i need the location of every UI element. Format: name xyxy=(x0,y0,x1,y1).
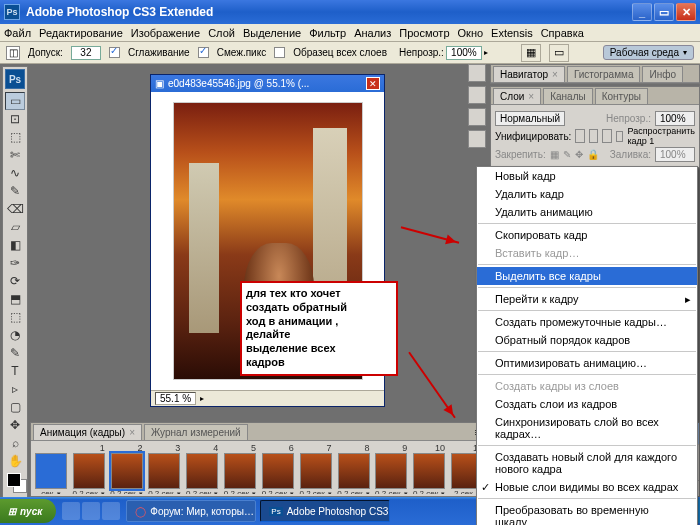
menu-item[interactable]: Преобразовать во временную шкалу xyxy=(477,501,697,525)
blend-mode-select[interactable]: Нормальный xyxy=(495,111,565,126)
menu-item[interactable]: Синхронизировать слой во всех кадрах… xyxy=(477,413,697,443)
tab-navigator[interactable]: Навигатор× xyxy=(493,66,565,82)
tool-18[interactable]: ✥ xyxy=(5,416,25,434)
lock-all-icon[interactable]: 🔒 xyxy=(587,149,599,160)
fill-input[interactable]: 100% xyxy=(655,147,695,162)
maximize-button[interactable]: ▭ xyxy=(654,3,674,21)
tool-preset-icon[interactable]: ◫ xyxy=(6,46,20,60)
foreground-color[interactable] xyxy=(7,473,21,487)
tab-layers[interactable]: Слои× xyxy=(493,88,541,104)
menu-layer[interactable]: Слой xyxy=(208,27,235,39)
tool-7[interactable]: ▱ xyxy=(5,218,25,236)
animation-frame-8[interactable]: 80,2 сек. xyxy=(336,443,372,494)
tool-5[interactable]: ✎ xyxy=(5,182,25,200)
tool-6[interactable]: ⌫ xyxy=(5,200,25,218)
tab-measurement-log[interactable]: Журнал измерений xyxy=(144,424,248,440)
unify-visibility-icon[interactable] xyxy=(589,129,598,143)
contiguous-checkbox[interactable] xyxy=(198,47,209,58)
start-button[interactable]: ⊞ пуск xyxy=(0,499,56,523)
menu-item[interactable]: Удалить анимацию xyxy=(477,203,697,221)
quicklaunch-3[interactable] xyxy=(102,502,120,520)
lock-position-icon[interactable]: ✥ xyxy=(575,149,583,160)
menu-edit[interactable]: Редактирование xyxy=(39,27,123,39)
antialias-checkbox[interactable] xyxy=(109,47,120,58)
status-flyout-icon[interactable]: ▸ xyxy=(200,394,204,403)
tab-paths[interactable]: Контуры xyxy=(595,88,648,104)
menu-item[interactable]: Создать промежуточные кадры… xyxy=(477,313,697,331)
animation-frame-9[interactable]: 90,2 сек. xyxy=(373,443,409,494)
animation-frame-5[interactable]: 50,2 сек. xyxy=(222,443,258,494)
tolerance-input[interactable] xyxy=(71,46,101,60)
lock-transparency-icon[interactable]: ▦ xyxy=(550,149,559,160)
panel-well-4[interactable] xyxy=(468,130,486,148)
tool-15[interactable]: T xyxy=(5,362,25,380)
menu-select[interactable]: Выделение xyxy=(243,27,301,39)
panel-well-3[interactable] xyxy=(468,108,486,126)
minimize-button[interactable]: _ xyxy=(632,3,652,21)
menu-view[interactable]: Просмотр xyxy=(399,27,449,39)
tool-3[interactable]: ✄ xyxy=(5,146,25,164)
quicklaunch-2[interactable] xyxy=(82,502,100,520)
tab-histogram[interactable]: Гистограмма xyxy=(567,66,641,82)
menu-item[interactable]: Выделить все кадры xyxy=(477,267,697,285)
menu-extensis[interactable]: Extensis xyxy=(491,27,533,39)
menu-item[interactable]: Перейти к кадру xyxy=(477,290,697,308)
animation-frame-3[interactable]: 30,2 сек. xyxy=(146,443,182,494)
animation-frame-4[interactable]: 40,2 сек. xyxy=(184,443,220,494)
animation-frame-2[interactable]: 20,2 сек. xyxy=(109,443,145,494)
color-swatch[interactable] xyxy=(5,473,25,497)
tab-channels[interactable]: Каналы xyxy=(543,88,593,104)
menu-file[interactable]: Файл xyxy=(4,27,31,39)
tool-17[interactable]: ▢ xyxy=(5,398,25,416)
tool-9[interactable]: ✑ xyxy=(5,254,25,272)
document-zoom[interactable]: 55.1 % xyxy=(155,392,196,405)
menu-item[interactable]: Оптимизировать анимацию… xyxy=(477,354,697,372)
taskbar-button-photoshop[interactable]: Ps Adobe Photoshop CS3… xyxy=(260,500,390,522)
menu-item[interactable]: Обратный порядок кадров xyxy=(477,331,697,349)
tool-4[interactable]: ∿ xyxy=(5,164,25,182)
opacity-input[interactable] xyxy=(446,46,482,60)
lock-pixels-icon[interactable]: ✎ xyxy=(563,149,571,160)
menu-item[interactable]: Создать слои из кадров xyxy=(477,395,697,413)
go-to-bridge-button[interactable]: ▦ xyxy=(521,44,541,62)
tool-19[interactable]: ⌕ xyxy=(5,434,25,452)
panel-well-1[interactable] xyxy=(468,64,486,82)
frame-loop-selector[interactable]: сек. xyxy=(33,443,69,494)
quicklaunch-1[interactable] xyxy=(62,502,80,520)
panel-well-2[interactable] xyxy=(468,86,486,104)
workspace-button[interactable]: Рабочая среда xyxy=(603,45,694,60)
tool-14[interactable]: ✎ xyxy=(5,344,25,362)
close-button[interactable]: ✕ xyxy=(676,3,696,21)
tool-10[interactable]: ⟳ xyxy=(5,272,25,290)
menu-image[interactable]: Изображение xyxy=(131,27,200,39)
menu-filter[interactable]: Фильтр xyxy=(309,27,346,39)
document-titlebar[interactable]: ▣ e0d483e45546.jpg @ 55.1% (... ✕ xyxy=(151,75,384,92)
taskbar-button-browser[interactable]: ◯ Форум: Мир, которы… xyxy=(126,500,256,522)
document-close-button[interactable]: ✕ xyxy=(366,77,380,90)
tool-2[interactable]: ⬚ xyxy=(5,128,25,146)
menu-item[interactable]: Удалить кадр xyxy=(477,185,697,203)
menu-item[interactable]: Скопировать кадр xyxy=(477,226,697,244)
tool-12[interactable]: ⬚ xyxy=(5,308,25,326)
unify-position-icon[interactable] xyxy=(575,129,584,143)
animation-frame-6[interactable]: 60,2 сек. xyxy=(260,443,296,494)
menu-window[interactable]: Окно xyxy=(458,27,484,39)
tool-0[interactable]: ▭ xyxy=(5,92,25,110)
tool-20[interactable]: ✋ xyxy=(5,452,25,470)
tool-16[interactable]: ▹ xyxy=(5,380,25,398)
tool-1[interactable]: ⊡ xyxy=(5,110,25,128)
all-layers-checkbox[interactable] xyxy=(274,47,285,58)
menu-analysis[interactable]: Анализ xyxy=(354,27,391,39)
menu-item[interactable]: Новые слои видимы во всех кадрах xyxy=(477,478,697,496)
propagate-checkbox[interactable] xyxy=(616,131,624,142)
menu-item[interactable]: Создавать новый слой для каждого нового … xyxy=(477,448,697,478)
tool-8[interactable]: ◧ xyxy=(5,236,25,254)
animation-frame-1[interactable]: 10,2 сек. xyxy=(71,443,107,494)
animation-frame-10[interactable]: 100,2 сек. xyxy=(411,443,447,494)
opacity-flyout-icon[interactable]: ▸ xyxy=(484,48,488,57)
animation-frame-7[interactable]: 70,2 сек. xyxy=(298,443,334,494)
tool-11[interactable]: ⬒ xyxy=(5,290,25,308)
layer-opacity-input[interactable]: 100% xyxy=(655,111,695,126)
tool-13[interactable]: ◔ xyxy=(5,326,25,344)
menu-help[interactable]: Справка xyxy=(541,27,584,39)
